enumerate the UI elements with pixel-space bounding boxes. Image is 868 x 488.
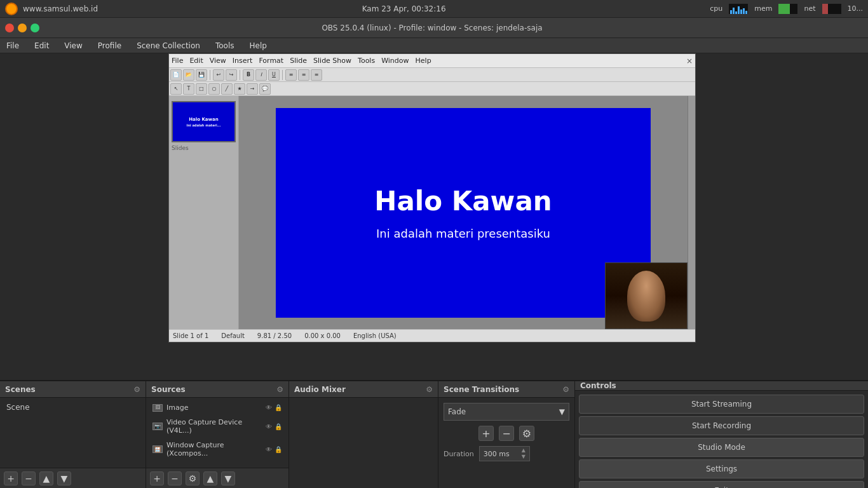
- system-time-extra: 10...: [848, 4, 864, 13]
- menu-tools[interactable]: Tools: [213, 40, 237, 51]
- slide-thumb-sub: Ini adalah materi...: [187, 123, 221, 127]
- scenes-title: Scenes: [5, 385, 36, 394]
- source-item-window[interactable]: 🪟 Window Capture (Xcompos... 👁 🔒: [149, 438, 286, 461]
- sources-settings-button[interactable]: ⚙: [186, 471, 200, 485]
- impress-menu-insert[interactable]: Insert: [233, 57, 253, 65]
- source-item-camera[interactable]: 📷 Video Capture Device (V4L...) 👁 🔒: [149, 415, 286, 438]
- tb-align-right[interactable]: ≡: [311, 69, 322, 81]
- tb-ellipse[interactable]: ○: [208, 83, 220, 95]
- source-camera-eye-icon[interactable]: 👁: [266, 423, 272, 430]
- system-right: cpu mem net 10...: [710, 4, 863, 14]
- transition-select[interactable]: Fade ▼: [444, 403, 569, 421]
- tb-line[interactable]: ╱: [221, 83, 233, 95]
- exit-button[interactable]: Exit: [579, 481, 864, 488]
- sources-add-button[interactable]: +: [150, 471, 164, 485]
- impress-toolbar-2: ↖ T □ ○ ╱ ★ → 💬: [169, 82, 695, 96]
- controls-header: Controls: [575, 381, 868, 391]
- duration-spinbox[interactable]: 300 ms ▲ ▼: [479, 446, 530, 461]
- menu-profile[interactable]: Profile: [95, 40, 124, 51]
- window-title: OBS 25.0.4 (linux) - Profile: window - S…: [39, 24, 825, 32]
- menu-file[interactable]: File: [4, 40, 22, 51]
- preview-container: File Edit View Insert Format Slide Slide…: [0, 53, 868, 380]
- impress-menu-slide[interactable]: Slide: [290, 57, 307, 65]
- sources-down-button[interactable]: ▼: [221, 471, 235, 485]
- tb-underline[interactable]: U: [268, 69, 280, 81]
- tb-arrow-shape[interactable]: →: [247, 83, 258, 95]
- minimize-button[interactable]: [18, 24, 27, 32]
- transition-remove-button[interactable]: −: [499, 426, 514, 441]
- scenes-settings-icon[interactable]: ⚙: [133, 385, 140, 394]
- scenes-remove-button[interactable]: −: [22, 471, 36, 485]
- audio-mixer-body: [289, 398, 438, 488]
- slide-thumb-1[interactable]: Halo Kawan Ini adalah materi...: [172, 101, 236, 142]
- duration-down-arrow[interactable]: ▼: [522, 454, 526, 460]
- impress-menu-view[interactable]: View: [210, 57, 226, 65]
- impress-menu-edit[interactable]: Edit: [189, 57, 203, 65]
- impress-menu-slideshow[interactable]: Slide Show: [313, 57, 351, 65]
- start-recording-button[interactable]: Start Recording: [579, 416, 864, 435]
- source-image-icon: 🖼: [153, 404, 163, 412]
- impress-scrollbar-v[interactable]: [688, 96, 695, 329]
- source-camera-lock-icon[interactable]: 🔒: [275, 423, 282, 430]
- transition-add-button[interactable]: +: [478, 426, 494, 441]
- transition-config-button[interactable]: ⚙: [519, 426, 534, 441]
- scenes-header: Scenes ⚙: [0, 381, 146, 398]
- tb-callout[interactable]: 💬: [259, 83, 271, 95]
- source-camera-actions: 👁 🔒: [266, 423, 282, 430]
- impress-menu-tools[interactable]: Tools: [358, 57, 375, 65]
- impress-menu-format[interactable]: Format: [259, 57, 283, 65]
- menu-help[interactable]: Help: [247, 40, 269, 51]
- tb-arrow[interactable]: ↖: [170, 83, 182, 95]
- maximize-button[interactable]: [31, 24, 39, 32]
- title-bar: OBS 25.0.4 (linux) - Profile: window - S…: [0, 18, 868, 38]
- impress-status-lang: English (USA): [353, 332, 397, 339]
- tb-italic[interactable]: I: [255, 69, 267, 81]
- settings-button[interactable]: Settings: [579, 459, 864, 478]
- source-image-eye-icon[interactable]: 👁: [266, 404, 272, 411]
- tb-undo[interactable]: ↩: [213, 69, 224, 81]
- system-url: www.samsul.web.id: [23, 4, 98, 13]
- transition-controls: + − ⚙: [444, 426, 569, 441]
- tb-rect[interactable]: □: [196, 83, 207, 95]
- menu-view[interactable]: View: [62, 40, 85, 51]
- source-camera-name: Video Capture Device (V4L...): [166, 418, 262, 435]
- tb-redo[interactable]: ↪: [226, 69, 237, 81]
- tb-star[interactable]: ★: [234, 83, 245, 95]
- sources-settings-icon[interactable]: ⚙: [276, 385, 283, 394]
- scenes-list: Scene: [0, 398, 146, 468]
- tb-new[interactable]: 📄: [170, 69, 182, 81]
- menu-edit[interactable]: Edit: [32, 40, 51, 51]
- tb-open[interactable]: 📂: [183, 69, 194, 81]
- impress-menu-file[interactable]: File: [172, 57, 183, 65]
- source-item-image[interactable]: 🖼 Image 👁 🔒: [149, 400, 286, 415]
- source-image-lock-icon[interactable]: 🔒: [275, 404, 282, 411]
- tb-bold[interactable]: B: [243, 69, 254, 81]
- menu-scene-collection[interactable]: Scene Collection: [134, 40, 203, 51]
- tb-align-left[interactable]: ≡: [285, 69, 297, 81]
- scenes-down-button[interactable]: ▼: [57, 471, 71, 485]
- controls-body: Start Streaming Start Recording Studio M…: [575, 391, 868, 488]
- source-window-eye-icon[interactable]: 👁: [266, 446, 272, 453]
- sources-remove-button[interactable]: −: [168, 471, 182, 485]
- sources-panel: Sources ⚙ 🖼 Image 👁 🔒 📷 Video Capture De…: [146, 381, 289, 488]
- tb-align-center[interactable]: ≡: [298, 69, 309, 81]
- webcam-overlay: [605, 262, 688, 329]
- start-streaming-button[interactable]: Start Streaming: [579, 395, 864, 414]
- close-button[interactable]: [5, 24, 14, 32]
- duration-label: Duration: [444, 450, 474, 458]
- impress-close-icon[interactable]: ×: [686, 57, 693, 65]
- duration-up-arrow[interactable]: ▲: [522, 447, 526, 454]
- source-window-lock-icon[interactable]: 🔒: [275, 446, 282, 453]
- scenes-add-button[interactable]: +: [4, 471, 18, 485]
- audio-mixer-settings-icon[interactable]: ⚙: [426, 385, 433, 394]
- impress-menu-window[interactable]: Window: [381, 57, 409, 65]
- tb-save[interactable]: 💾: [196, 69, 207, 81]
- studio-mode-button[interactable]: Studio Mode: [579, 438, 864, 457]
- transitions-settings-icon[interactable]: ⚙: [562, 385, 569, 394]
- sources-up-button[interactable]: ▲: [203, 471, 217, 485]
- scene-item-scene[interactable]: Scene: [3, 400, 143, 414]
- impress-toolbar-1: 📄 📂 💾 ↩ ↪ B I U ≡ ≡ ≡: [169, 68, 695, 82]
- scenes-up-button[interactable]: ▲: [39, 471, 53, 485]
- tb-text[interactable]: T: [183, 83, 194, 95]
- impress-menu-help[interactable]: Help: [416, 57, 431, 65]
